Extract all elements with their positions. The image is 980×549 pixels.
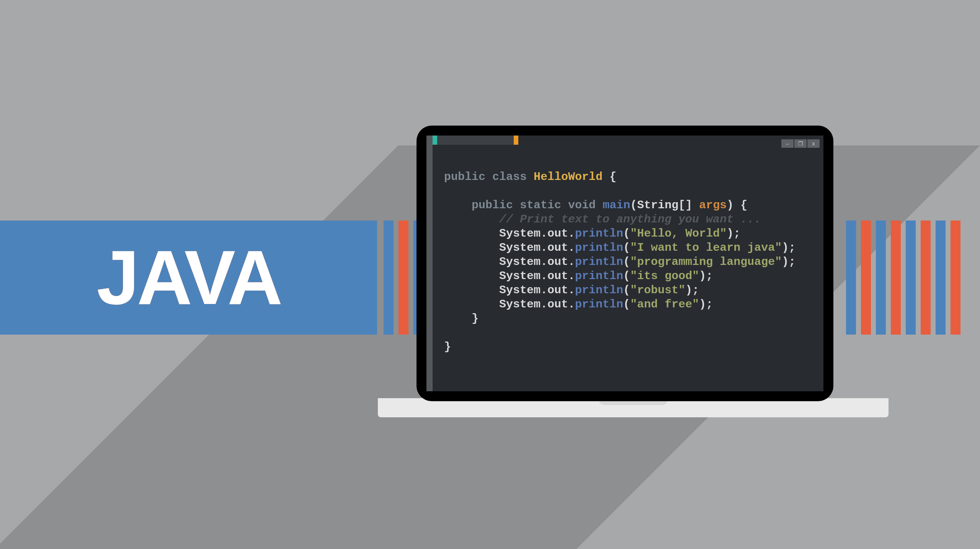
minimize-button[interactable]: –	[781, 139, 794, 148]
code-editor: – ❐ x public class HelloWorld { public s…	[426, 136, 823, 391]
close-button[interactable]: x	[807, 139, 820, 148]
title-banner: JAVA	[0, 221, 377, 335]
stripe-blue	[846, 221, 856, 335]
active-tab[interactable]	[437, 136, 514, 145]
maximize-button[interactable]: ❐	[794, 139, 807, 148]
stripe-orange	[399, 221, 408, 335]
stripe-orange	[861, 221, 871, 335]
stripe-blue	[906, 221, 916, 335]
tab-accent-icon	[433, 136, 437, 145]
editor-gutter	[426, 136, 433, 391]
stripe-blue	[384, 221, 394, 335]
tab-modified-icon	[514, 136, 518, 145]
laptop-screen: – ❐ x public class HelloWorld { public s…	[416, 126, 833, 401]
window-controls: – ❐ x	[781, 139, 820, 148]
stripe-orange	[891, 221, 901, 335]
stripe-orange	[951, 221, 960, 335]
code-content: public class HelloWorld { public static …	[444, 170, 795, 354]
stripe-band-right	[846, 221, 960, 335]
stripe-orange	[921, 221, 931, 335]
stripe-blue	[936, 221, 946, 335]
editor-body: – ❐ x public class HelloWorld { public s…	[433, 136, 823, 391]
stripe-blue	[876, 221, 886, 335]
editor-tabbar	[433, 136, 823, 145]
title-text: JAVA	[97, 234, 281, 322]
